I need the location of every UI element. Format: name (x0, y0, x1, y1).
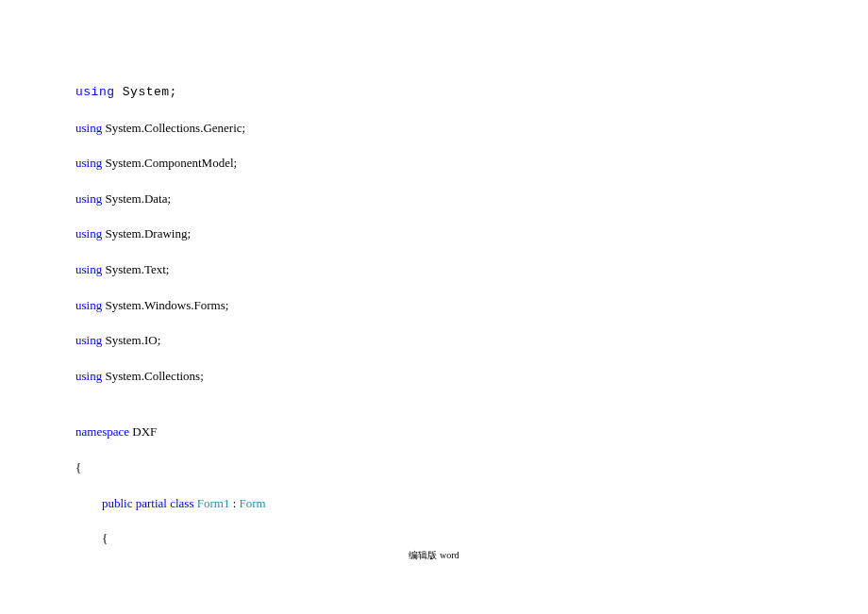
keyword-namespace: namespace (75, 424, 129, 439)
code-line-namespace: namespace DXF (75, 424, 868, 440)
keyword-public: public (102, 496, 133, 510)
code-line-using-drawing: using System.Drawing; (75, 226, 868, 241)
code-text: System.Windows.Forms; (102, 298, 228, 312)
brace: { (75, 460, 81, 474)
code-text: System; (115, 85, 177, 99)
code-line-using-io: using System.IO; (75, 333, 868, 348)
document-page: using System; using System.Collections.G… (0, 0, 868, 546)
code-line-brace-open: { (75, 460, 868, 475)
keyword-class: class (167, 496, 194, 510)
namespace-name: DXF (129, 424, 157, 439)
code-text: System.Data; (102, 191, 171, 206)
code-line-using-data: using System.Data; (75, 191, 868, 207)
code-line-using-componentmodel: using System.ComponentModel; (75, 156, 868, 171)
code-line-brace-open-class: { (75, 531, 868, 546)
class-name: Form1 (194, 496, 230, 510)
code-line-using-windows-forms: using System.Windows.Forms; (75, 298, 868, 313)
keyword-using: using (75, 262, 102, 276)
code-line-using-collections-generic: using System.Collections.Generic; (75, 121, 868, 136)
keyword-partial: partial (133, 496, 167, 510)
keyword-using: using (75, 369, 102, 383)
keyword-using: using (75, 333, 102, 347)
code-line-using-text: using System.Text; (75, 262, 868, 277)
page-footer: 编辑版 word (0, 549, 868, 562)
code-line-using-system: using System; (75, 85, 868, 100)
keyword-using: using (75, 121, 102, 135)
code-line-using-collections: using System.Collections; (75, 369, 868, 384)
keyword-using: using (75, 226, 102, 241)
keyword-using: using (75, 85, 115, 99)
keyword-using: using (75, 156, 102, 170)
code-text: System.IO; (102, 333, 160, 347)
code-text: System.Collections; (102, 369, 204, 383)
keyword-using: using (75, 298, 102, 312)
base-class: Form (240, 496, 266, 510)
colon: : (229, 496, 239, 510)
code-text: System.ComponentModel; (102, 156, 237, 170)
keyword-using: using (75, 191, 102, 206)
code-text: System.Collections.Generic; (102, 121, 245, 135)
code-line-class-decl: public partial class Form1 : Form (75, 496, 868, 511)
brace: { (102, 531, 108, 545)
code-text: System.Drawing; (102, 226, 191, 241)
code-text: System.Text; (102, 262, 169, 276)
